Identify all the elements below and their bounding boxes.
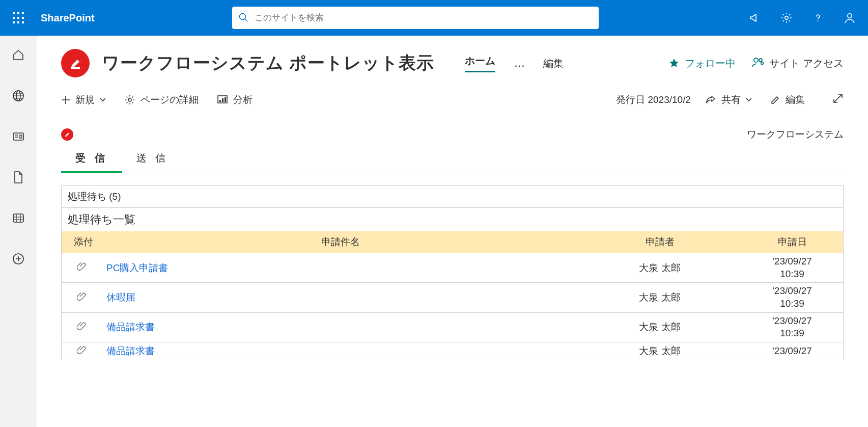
svg-rect-8 xyxy=(22,21,24,23)
svg-rect-4 xyxy=(17,17,19,19)
content-scroll[interactable]: ワークフローシステム 受 信 送 信 処理待ち (5) 処理待ち一覧 添付 申請… xyxy=(37,118,868,427)
col-subject[interactable]: 申請件名 xyxy=(102,231,578,253)
command-bar: 新規 ページの詳細 分析 発行日 2023/10/2 xyxy=(37,83,868,118)
analytics-button[interactable]: 分析 xyxy=(217,93,253,106)
site-nav: ホーム … 編集 xyxy=(465,54,564,72)
news-icon[interactable] xyxy=(8,126,29,147)
col-applicant[interactable]: 申請者 xyxy=(578,231,741,253)
svg-point-22 xyxy=(759,59,762,62)
search-box[interactable] xyxy=(232,7,599,29)
site-header: ワークフローシステム ポートレット表示 ホーム … 編集 フォロー中 サ xyxy=(37,36,868,83)
share-label: 共有 xyxy=(721,93,741,106)
svg-rect-0 xyxy=(13,12,15,14)
request-link[interactable]: PC購入申請書 xyxy=(106,262,168,273)
webpart-header: ワークフローシステム xyxy=(61,128,844,141)
pending-list-title: 処理待ち一覧 xyxy=(62,208,843,231)
request-link[interactable]: 休暇届 xyxy=(106,292,135,303)
app-launcher-icon[interactable] xyxy=(6,6,31,30)
edit-button[interactable]: 編集 xyxy=(770,93,805,106)
webpart-logo-icon xyxy=(61,128,73,141)
edit-icon xyxy=(770,95,780,105)
site-actions: フォロー中 サイト アクセス xyxy=(668,57,844,70)
site-access-button[interactable]: サイト アクセス xyxy=(752,57,844,70)
tab-sent[interactable]: 送 信 xyxy=(122,145,183,173)
inbox-tabs: 受 信 送 信 xyxy=(61,145,844,173)
pending-table: 添付 申請件名 申請者 申請日 PC購入申請書大泉 太郎'23/09/2710:… xyxy=(62,231,843,360)
col-attach[interactable]: 添付 xyxy=(62,231,102,253)
search-icon xyxy=(238,12,248,24)
globe-icon[interactable] xyxy=(8,86,29,106)
follow-button[interactable]: フォロー中 xyxy=(668,57,736,70)
nav-home[interactable]: ホーム xyxy=(465,54,495,72)
svg-rect-7 xyxy=(17,21,19,23)
suite-header: SharePoint xyxy=(0,0,868,36)
site-logo[interactable] xyxy=(61,49,90,77)
share-button[interactable]: 共有 xyxy=(705,93,752,106)
search-input[interactable] xyxy=(255,13,593,23)
main-area: ワークフローシステム ポートレット表示 ホーム … 編集 フォロー中 サ xyxy=(37,36,868,427)
analytics-label: 分析 xyxy=(233,93,253,106)
brand-label[interactable]: SharePoint xyxy=(41,12,95,24)
page-details-button[interactable]: ページの詳細 xyxy=(124,93,199,106)
megaphone-icon[interactable] xyxy=(747,10,763,26)
analytics-icon xyxy=(217,95,228,105)
nav-edit[interactable]: 編集 xyxy=(543,57,564,70)
svg-point-9 xyxy=(239,13,245,19)
webpart-system-name: ワークフローシステム xyxy=(747,128,844,141)
applicant-cell: 大泉 太郎 xyxy=(578,342,741,360)
svg-point-13 xyxy=(848,14,852,18)
svg-rect-5 xyxy=(22,17,24,19)
applicant-cell: 大泉 太郎 xyxy=(578,283,741,312)
svg-rect-20 xyxy=(71,67,80,69)
tab-inbox[interactable]: 受 信 xyxy=(61,145,122,173)
share-icon xyxy=(705,95,716,105)
new-button[interactable]: 新規 xyxy=(61,93,106,106)
paperclip-icon xyxy=(77,323,87,333)
chevron-down-icon xyxy=(100,98,106,102)
account-icon[interactable] xyxy=(842,10,858,26)
svg-point-12 xyxy=(817,20,818,21)
paperclip-icon xyxy=(77,346,87,357)
gear-icon[interactable] xyxy=(778,10,795,26)
help-icon[interactable] xyxy=(810,10,826,26)
people-icon xyxy=(752,57,764,70)
table-row[interactable]: 備品請求書大泉 太郎'23/09/27 xyxy=(62,342,843,360)
nav-more-icon[interactable]: … xyxy=(514,57,525,70)
svg-point-11 xyxy=(785,16,788,19)
follow-label: フォロー中 xyxy=(685,57,736,70)
request-link[interactable]: 備品請求書 xyxy=(106,322,155,332)
create-icon[interactable] xyxy=(8,249,29,269)
paperclip-icon xyxy=(77,293,87,304)
svg-rect-1 xyxy=(17,12,19,14)
table-row[interactable]: 休暇届大泉 太郎'23/09/2710:39 xyxy=(62,283,843,312)
star-filled-icon xyxy=(668,58,680,69)
svg-rect-2 xyxy=(22,12,24,14)
publish-date: 発行日 2023/10/2 xyxy=(616,93,691,106)
svg-rect-27 xyxy=(222,98,223,102)
pending-count-header[interactable]: 処理待ち (5) xyxy=(62,185,843,208)
date-cell: '23/09/2710:39 xyxy=(741,253,843,283)
svg-rect-26 xyxy=(219,100,221,102)
pending-box: 処理待ち (5) 処理待ち一覧 添付 申請件名 申請者 申請日 P xyxy=(61,185,844,360)
home-icon[interactable] xyxy=(8,45,29,65)
request-link[interactable]: 備品請求書 xyxy=(106,345,155,356)
date-cell: '23/09/27 xyxy=(741,342,843,360)
gear-icon xyxy=(124,94,135,105)
site-title: ワークフローシステム ポートレット表示 xyxy=(102,51,434,75)
col-date[interactable]: 申請日 xyxy=(741,231,843,253)
applicant-cell: 大泉 太郎 xyxy=(578,253,741,283)
table-row[interactable]: PC購入申請書大泉 太郎'23/09/2710:39 xyxy=(62,253,843,283)
expand-icon[interactable] xyxy=(832,93,844,106)
paperclip-icon xyxy=(77,263,87,274)
left-rail xyxy=(0,36,37,427)
date-cell: '23/09/2710:39 xyxy=(741,312,843,342)
svg-rect-28 xyxy=(225,97,226,102)
suite-right-icons xyxy=(747,10,858,26)
date-cell: '23/09/2710:39 xyxy=(741,283,843,312)
table-row[interactable]: 備品請求書大泉 太郎'23/09/2710:39 xyxy=(62,312,843,342)
file-icon[interactable] xyxy=(8,167,29,188)
list-icon[interactable] xyxy=(8,208,29,228)
applicant-cell: 大泉 太郎 xyxy=(578,312,741,342)
svg-point-24 xyxy=(128,98,131,101)
svg-rect-3 xyxy=(13,17,15,19)
